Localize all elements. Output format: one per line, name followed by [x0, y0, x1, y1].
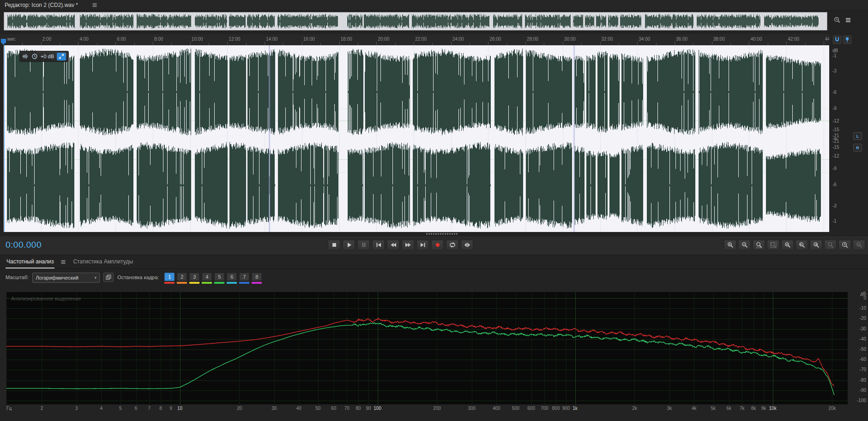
- freq-tick-label: 9k: [761, 406, 766, 411]
- skip-selection-button[interactable]: [461, 240, 473, 250]
- zoom-out-point-button[interactable]: [810, 240, 822, 250]
- loop-playback-button[interactable]: [446, 240, 458, 250]
- hold-button-1[interactable]: 1: [164, 273, 175, 281]
- freq-tick-label: 9: [169, 406, 172, 411]
- freq-tick-label: 8k: [751, 406, 756, 411]
- spectrum-canvas[interactable]: [6, 292, 848, 404]
- panel-options-icon[interactable]: [845, 17, 851, 23]
- ruler-label: 30:00: [564, 37, 576, 42]
- overview-waveform[interactable]: [4, 12, 827, 30]
- hold-button-6[interactable]: 6: [227, 273, 237, 281]
- freq-tick-label: 5k: [711, 406, 716, 411]
- hold-button-7[interactable]: 7: [239, 273, 249, 281]
- ruler-tick: [265, 42, 265, 45]
- freq-tick-label: 80: [356, 406, 361, 411]
- db-tick-label: -3: [832, 203, 837, 208]
- freq-tick-label: 90: [366, 406, 371, 411]
- db-axis-label: -90: [850, 388, 866, 393]
- record-button[interactable]: [431, 240, 444, 250]
- hold-button-5[interactable]: 5: [214, 273, 224, 281]
- hold-frame-4: 4: [202, 273, 212, 284]
- ruler-tick: [339, 42, 340, 45]
- ruler-tick: [376, 42, 377, 45]
- channel-badge-l[interactable]: L: [853, 132, 862, 140]
- ruler-toggles: [833, 36, 851, 44]
- freq-tick-label: 3k: [667, 406, 672, 411]
- channel-badge-r[interactable]: R: [853, 144, 862, 152]
- clock-icon: [31, 53, 38, 60]
- zoom-tool-icon[interactable]: [834, 17, 840, 23]
- ruler-tick: [302, 42, 302, 45]
- marker-toggle-button[interactable]: [843, 36, 851, 44]
- tab-amplitude-statistics[interactable]: Статистика Амплитуды: [72, 255, 134, 268]
- db-tick-label: -9: [832, 106, 837, 111]
- play-button[interactable]: [343, 240, 355, 250]
- freq-tick-label: 900: [562, 406, 570, 411]
- hold-button-3[interactable]: 3: [189, 273, 199, 281]
- freq-tick-label: 10: [177, 406, 182, 411]
- stop-button[interactable]: [328, 240, 340, 250]
- rewind-button[interactable]: [387, 240, 399, 250]
- pause-button[interactable]: [357, 240, 370, 250]
- ruler-label: 8:00: [154, 37, 163, 42]
- zoom-full-button[interactable]: [767, 240, 779, 250]
- zoom-amplitude-in-button[interactable]: [781, 240, 794, 250]
- zoom-selection-button[interactable]: [753, 240, 765, 250]
- db-axis-label: -40: [850, 336, 866, 342]
- go-to-start-button[interactable]: [372, 240, 385, 250]
- tab-panel-menu-icon[interactable]: [60, 259, 66, 265]
- waveform-canvas[interactable]: [4, 45, 829, 232]
- overview-strip[interactable]: [4, 12, 827, 31]
- fast-forward-button[interactable]: [402, 240, 414, 250]
- horizontal-scrollbar[interactable]: [4, 232, 829, 235]
- wave-area[interactable]: +0 dB: [4, 45, 829, 232]
- db-axis-label: -50: [850, 347, 866, 352]
- freq-tick-label: 6: [135, 406, 138, 411]
- freq-tick-label: 800: [552, 406, 560, 411]
- channels-toggle-button[interactable]: [103, 273, 114, 282]
- tab-frequency-analysis[interactable]: Частотный анализ: [6, 255, 54, 268]
- go-to-end-button[interactable]: [416, 240, 429, 250]
- hold-button-8[interactable]: 8: [252, 273, 262, 281]
- freq-tick-label: 4k: [692, 406, 697, 411]
- db-tick-label: -3: [832, 68, 837, 73]
- ruler-label: 38:00: [713, 37, 725, 42]
- hold-frame-6: 6: [227, 273, 237, 284]
- zoom-in-button[interactable]: [724, 240, 736, 250]
- ruler-tick: [749, 42, 749, 45]
- zoom-toolbar: [724, 240, 865, 250]
- freq-tick-label: 7: [148, 406, 151, 411]
- time-display[interactable]: 0:00.000: [6, 240, 42, 250]
- ruler-tick: [414, 42, 414, 45]
- hud-expand-button[interactable]: [57, 53, 66, 61]
- freq-tick-label: 40: [296, 406, 301, 411]
- ruler-tick: [488, 42, 488, 45]
- timeline-ruler[interactable]: мис 2:004:006:008:0010:0012:0014:0016:00…: [0, 34, 829, 46]
- scrollbar-handle[interactable]: [426, 233, 458, 235]
- hold-frame-8: 8: [252, 273, 262, 284]
- zoom-reset-button[interactable]: [853, 240, 865, 250]
- ruler-tick: [525, 42, 526, 45]
- hold-color-bar: [164, 282, 175, 284]
- overview-toolbar: [834, 17, 851, 23]
- hold-label: Остановка кадра:: [117, 275, 159, 280]
- freq-tick-label: 30: [271, 406, 277, 411]
- hud-gain-value[interactable]: +0 dB: [41, 54, 54, 59]
- snap-toggle-button[interactable]: [833, 36, 841, 44]
- playhead[interactable]: [4, 45, 5, 232]
- db-ruler[interactable]: dB -1-3-6-9-12-15-21-∞-21-15-12-9-6-3-1: [829, 45, 850, 232]
- zoom-in-point-button[interactable]: [796, 240, 808, 250]
- freq-tick-label: 50: [315, 406, 320, 411]
- panel-menu-icon[interactable]: [91, 2, 98, 8]
- zoom-out-button[interactable]: [738, 240, 751, 250]
- hold-frame-5: 5: [214, 273, 224, 284]
- freq-tick-label: 2: [41, 406, 43, 411]
- hold-button-2[interactable]: 2: [177, 273, 187, 281]
- hold-button-4[interactable]: 4: [202, 273, 212, 281]
- ruler-tick: [675, 42, 675, 45]
- zoom-time-button[interactable]: [838, 240, 851, 250]
- ruler-label: 16:00: [303, 37, 315, 42]
- scale-select[interactable]: Логарифмический ▾: [32, 273, 100, 283]
- hold-frame-3: 3: [189, 273, 199, 284]
- zoom-selection-time-button[interactable]: [824, 240, 837, 250]
